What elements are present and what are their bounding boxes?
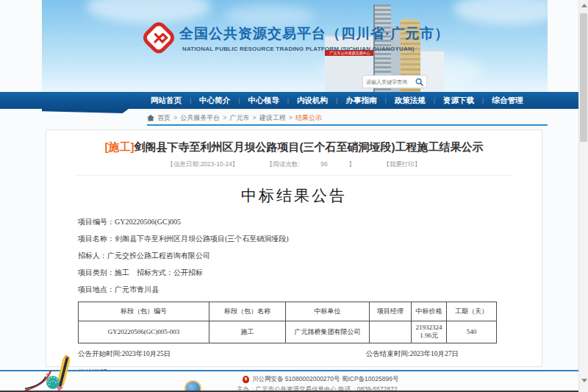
article-title-text: 剑阁县下寺至利州区月坝公路项目(三个石至硝洞垭段)工程施工结果公示 (134, 140, 483, 153)
home-icon (147, 115, 154, 121)
cell-winner: 广元路桥集团有限公司 (286, 321, 370, 343)
field-project-type: 项目类别：施工 招标方式：公开招标 (78, 268, 542, 278)
nav-item-downloads[interactable]: 资源下载 (443, 96, 474, 106)
field-project-code: 项目编号：GY20220506(GC)005 (78, 217, 542, 227)
site-subtitle: NATIONAL PUBLIC RESOURCE TRADING PLATFOR… (182, 46, 415, 52)
nav-ribbon-fold (42, 109, 129, 113)
col-header-section-name: 标段（包）名称 (209, 302, 286, 321)
article-title: [施工]剑阁县下寺至利州区月坝公路项目(三个石至硝洞垭段)工程施工结果公示 (66, 139, 522, 155)
print-button[interactable]: 【我要打印】 (383, 160, 420, 168)
col-header-duration: 工期（天） (447, 302, 497, 321)
police-emblem-icon (243, 376, 249, 383)
site-banner: 广元市公共资源交易中心 全国公共资源交易平台（四川省·广元市） NATIONAL… (42, 0, 548, 92)
nav-item-policies[interactable]: 政策法规 (395, 96, 426, 106)
cell-section-code: GY20220506(GC)005-003 (79, 321, 209, 343)
breadcrumb-result-notice: 结果公示 (295, 113, 322, 123)
article-tag: [施工] (104, 140, 134, 153)
col-header-price: 中标价格 (412, 302, 447, 321)
col-header-winner: 中标单位 (286, 302, 370, 321)
cell-manager (370, 321, 412, 343)
col-header-section-code: 标段（包）编号 (79, 302, 209, 321)
award-result-table: 标段（包）编号 标段（包）名称 中标单位 项目经理 中标价格 工期（天） GY2… (78, 302, 497, 343)
nav-item-service-guide[interactable]: 办事指南 (345, 96, 376, 106)
site-title: 全国公共资源交易平台（四川省·广元市） (179, 24, 449, 43)
nav-item-home[interactable]: 网站首页 (151, 96, 182, 106)
notice-title: 中标结果公告 (46, 185, 542, 206)
table-header-row: 标段（包）编号 标段（包）名称 中标单位 项目经理 中标价格 工期（天） (79, 302, 497, 321)
breadcrumb-underline (147, 124, 548, 126)
breadcrumb: 首页 公共服务平台 广元市 建设工程 结果公示 (147, 113, 322, 123)
site-logo-icon (142, 21, 176, 56)
notice-end-time: 公告结束时间:2023年10月27日 (366, 349, 459, 359)
meta-date: 【信息日期:2023-10-24】 (168, 160, 239, 168)
search-icon[interactable] (415, 78, 423, 86)
cell-price: 219323241.96元 (412, 321, 447, 343)
views-count: 96 (320, 160, 327, 168)
scrollbar-up-arrow-icon[interactable] (581, 4, 587, 7)
field-project-name: 项目名称：剑阁县下寺至利州区月坝公路项目(三个石至硝洞垭段) (78, 234, 542, 244)
beian-registration: 川公网安备 51080002000270号 蜀ICP备10025896号 (243, 375, 398, 384)
scrollbar-down-arrow-icon[interactable] (581, 379, 587, 382)
cell-section-name: 施工 (209, 321, 286, 343)
nav-item-center-intro[interactable]: 中心简介 (199, 96, 230, 106)
nav-item-admin[interactable]: 综合管理 (492, 96, 523, 106)
article-meta: 【信息日期:2023-10-24】 【阅读次数: 96 】 【我要打印】 (76, 160, 512, 176)
field-project-location: 项目地点：广元市青川县 (78, 285, 542, 295)
breadcrumb-construction[interactable]: 建设工程 (259, 113, 295, 123)
cloud-decoration (226, 4, 314, 26)
pencil-doodle-decoration (25, 354, 84, 392)
scrollbar-thumb[interactable] (580, 13, 587, 142)
project-fields: 项目编号：GY20220506(GC)005 项目名称：剑阁县下寺至利州区月坝公… (78, 217, 542, 295)
cloud-decoration (453, 0, 548, 25)
notice-times: 公告开始时间:2023年10月25日 公告结束时间:2023年10月27日 (78, 349, 510, 359)
nav-item-center-leaders[interactable]: 中心领导 (248, 96, 279, 106)
main-nav: 网站首页 中心简介 中心领导 内设机构 办事指南 政策法规 资源下载 综合管理 (0, 92, 581, 109)
table-row: GY20220506(GC)005-003 施工 广元路桥集团有限公司 2193… (79, 321, 497, 343)
cell-duration: 540 (447, 321, 497, 343)
col-header-manager: 项目经理 (370, 302, 412, 321)
nav-item-departments[interactable]: 内设机构 (297, 96, 328, 106)
breadcrumb-guangyuan[interactable]: 广元市 (230, 113, 259, 123)
article-panel: [施工]剑阁县下寺至利州区月坝公路项目(三个石至硝洞垭段)工程施工结果公示 【信… (46, 129, 542, 367)
breadcrumb-public-service[interactable]: 公共服务平台 (180, 113, 229, 123)
page-footer: 川公网安备 51080002000270号 蜀ICP备10025896号 主办：… (0, 370, 588, 392)
meta-views: 【阅读次数: 96 】 (258, 160, 364, 168)
field-tenderer: 招标人：广元交投公路工程咨询有限公司 (78, 251, 542, 261)
search-box (362, 75, 427, 88)
page-scrollbar[interactable] (578, 0, 588, 392)
notice-start-time: 公告开始时间:2023年10月25日 (78, 349, 171, 359)
search-input[interactable] (366, 79, 413, 85)
breadcrumb-home[interactable]: 首页 (157, 113, 180, 123)
